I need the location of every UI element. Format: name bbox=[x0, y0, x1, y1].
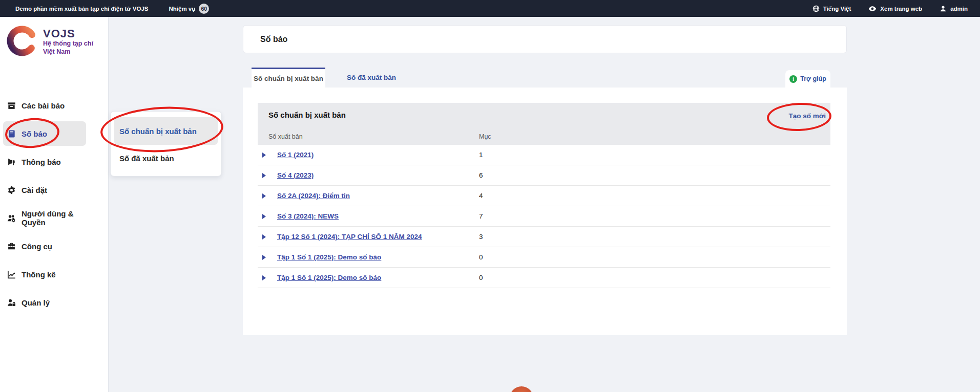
expand-caret-icon[interactable] bbox=[262, 255, 266, 260]
sidebar-item-label: Các bài báo bbox=[22, 101, 65, 110]
sidebar-item-label: Thống kê bbox=[22, 270, 56, 279]
archive-icon bbox=[7, 101, 16, 110]
column-header-issue: Số xuất bản bbox=[268, 133, 303, 140]
so-bao-submenu-popup: Số chuẩn bị xuất bản Số đã xuất bản bbox=[110, 111, 222, 177]
table-row: Tập 1 Số 1 (2025): Demo số báo 0 bbox=[258, 247, 830, 268]
submenu-item-label: Số chuẩn bị xuất bản bbox=[119, 127, 197, 136]
book-icon bbox=[7, 129, 16, 138]
sidebar-item-cai-dat[interactable]: Cài đặt bbox=[3, 178, 86, 202]
sidebar-item-label: Cài đặt bbox=[22, 186, 47, 194]
tab-label: Số chuẩn bị xuất bản bbox=[254, 75, 323, 82]
table-row: Số 3 (2024): NEWS 7 bbox=[258, 206, 830, 227]
tasks-label: Nhiệm vụ bbox=[169, 6, 195, 12]
gear-icon bbox=[7, 186, 16, 194]
issue-items-count: 6 bbox=[479, 171, 483, 179]
floating-widget-button[interactable] bbox=[510, 386, 533, 392]
topbar: Demo phần mềm xuất bản tạp chí điện tử V… bbox=[0, 0, 980, 17]
tab-label: Số đã xuất bản bbox=[347, 74, 396, 81]
info-icon: i bbox=[789, 75, 797, 83]
table-row: Số 4 (2023) 6 bbox=[258, 165, 830, 186]
create-issue-button[interactable]: Tạo số mới bbox=[788, 112, 826, 120]
issue-link[interactable]: Số 1 (2021) bbox=[277, 151, 314, 159]
sidebar-item-nguoi-dung-quyen[interactable]: Người dùng & Quyền bbox=[3, 206, 86, 230]
issue-items-count: 0 bbox=[479, 274, 483, 281]
megaphone-icon bbox=[7, 158, 16, 166]
issue-link[interactable]: Số 4 (2023) bbox=[277, 171, 314, 179]
issue-items-count: 1 bbox=[479, 151, 483, 159]
tasks-menu[interactable]: Nhiệm vụ 60 bbox=[169, 4, 209, 14]
column-header-items: Mục bbox=[479, 133, 491, 140]
sidebar-item-label: Công cụ bbox=[22, 242, 52, 251]
globe-icon bbox=[812, 5, 820, 12]
table-row: Tập 12 Số 1 (2024): TẠP CHÍ SỐ 1 NĂM 202… bbox=[258, 227, 830, 247]
tab-content-panel: Số chuẩn bị xuất bản Tạo số mới Số xuất … bbox=[243, 88, 847, 335]
topbar-right: Tiếng Việt Xem trang web admin bbox=[812, 5, 968, 13]
sidebar-item-quan-ly[interactable]: Quản lý bbox=[3, 290, 86, 315]
expand-caret-icon[interactable] bbox=[262, 275, 266, 280]
submenu-item-label: Số đã xuất bản bbox=[119, 154, 174, 163]
sidebar-item-cong-cu[interactable]: Công cụ bbox=[3, 234, 86, 258]
person-icon bbox=[940, 5, 947, 12]
issue-link[interactable]: Số 2A (2024): Điểm tin bbox=[277, 192, 350, 200]
sidebar-item-label: Người dùng & Quyền bbox=[22, 209, 86, 227]
table-row: Tập 1 Số 1 (2025): Demo số báo 0 bbox=[258, 268, 830, 288]
sidebar-item-label: Số báo bbox=[22, 129, 47, 138]
language-label: Tiếng Việt bbox=[823, 6, 851, 12]
logo-subtitle-line1: Hệ thống tạp chí bbox=[43, 40, 93, 48]
sidebar-item-label: Quản lý bbox=[22, 298, 50, 307]
app-title: Demo phần mềm xuất bản tạp chí điện tử V… bbox=[15, 6, 148, 12]
submenu-item-so-chuan-bi-xuat-ban[interactable]: Số chuẩn bị xuất bản bbox=[114, 117, 218, 145]
users-gear-icon bbox=[7, 214, 16, 223]
tab-so-chuan-bi-xuat-ban[interactable]: Số chuẩn bị xuất bản bbox=[252, 68, 325, 88]
expand-caret-icon[interactable] bbox=[262, 214, 266, 219]
logo-title: VOJS bbox=[43, 28, 93, 40]
sidebar-item-so-bao[interactable]: Số báo bbox=[3, 121, 86, 146]
issue-link[interactable]: Số 3 (2024): NEWS bbox=[277, 212, 339, 220]
issue-link[interactable]: Tập 1 Số 1 (2025): Demo số báo bbox=[277, 253, 381, 261]
topbar-left: Demo phần mềm xuất bản tạp chí điện tử V… bbox=[0, 4, 209, 14]
sidebar-item-cac-bai-bao[interactable]: Các bài báo bbox=[3, 93, 86, 118]
table-row: Số 1 (2021) 1 bbox=[258, 145, 830, 165]
issue-items-count: 3 bbox=[479, 233, 483, 241]
issue-items-count: 7 bbox=[479, 212, 483, 220]
issues-table: Số chuẩn bị xuất bản Tạo số mới Số xuất … bbox=[258, 103, 830, 288]
table-header: Số chuẩn bị xuất bản Tạo số mới Số xuất … bbox=[258, 103, 830, 145]
user-lock-icon bbox=[7, 298, 16, 307]
chart-icon bbox=[7, 270, 16, 279]
expand-caret-icon[interactable] bbox=[262, 234, 266, 239]
help-label: Trợ giúp bbox=[800, 75, 826, 82]
gradient-ring-icon bbox=[5, 24, 39, 60]
sidebar: VOJS Hệ thống tạp chí Việt Nam Các bài b… bbox=[0, 17, 109, 392]
sidebar-item-label: Thông báo bbox=[22, 158, 61, 166]
logo-subtitle-line2: Việt Nam bbox=[43, 48, 93, 56]
user-menu[interactable]: admin bbox=[940, 5, 968, 12]
view-site-link[interactable]: Xem trang web bbox=[868, 5, 922, 13]
submenu-item-so-da-xuat-ban[interactable]: Số đã xuất bản bbox=[111, 145, 221, 171]
vojs-logo: VOJS Hệ thống tạp chí Việt Nam bbox=[5, 24, 93, 60]
help-button[interactable]: i Trợ giúp bbox=[785, 70, 830, 88]
issue-items-count: 0 bbox=[479, 253, 483, 261]
page-title: Số báo bbox=[260, 35, 287, 44]
eye-icon bbox=[868, 5, 877, 13]
issue-link[interactable]: Tập 12 Số 1 (2024): TẠP CHÍ SỐ 1 NĂM 202… bbox=[277, 233, 422, 241]
tasks-count-badge: 60 bbox=[199, 4, 209, 14]
logo-text: VOJS Hệ thống tạp chí Việt Nam bbox=[43, 28, 93, 56]
table-title: Số chuẩn bị xuất bản bbox=[268, 111, 346, 119]
view-site-label: Xem trang web bbox=[880, 6, 922, 12]
expand-caret-icon[interactable] bbox=[262, 173, 266, 178]
sidebar-item-thong-ke[interactable]: Thống kê bbox=[3, 262, 86, 287]
toolbox-icon bbox=[7, 242, 16, 251]
table-row: Số 2A (2024): Điểm tin 4 bbox=[258, 186, 830, 206]
sidebar-item-thong-bao[interactable]: Thông báo bbox=[3, 149, 86, 174]
issue-items-count: 4 bbox=[479, 192, 483, 200]
expand-caret-icon[interactable] bbox=[262, 153, 266, 158]
language-menu[interactable]: Tiếng Việt bbox=[812, 5, 851, 12]
page-header-card: Số báo bbox=[243, 25, 847, 53]
issue-link[interactable]: Tập 1 Số 1 (2025): Demo số báo bbox=[277, 274, 381, 281]
tab-so-da-xuat-ban[interactable]: Số đã xuất bản bbox=[347, 68, 396, 88]
expand-caret-icon[interactable] bbox=[262, 193, 266, 199]
sidebar-nav: Các bài báo Số báo Thông báo Cài đặt Ngư… bbox=[0, 93, 109, 318]
user-label: admin bbox=[950, 6, 968, 12]
